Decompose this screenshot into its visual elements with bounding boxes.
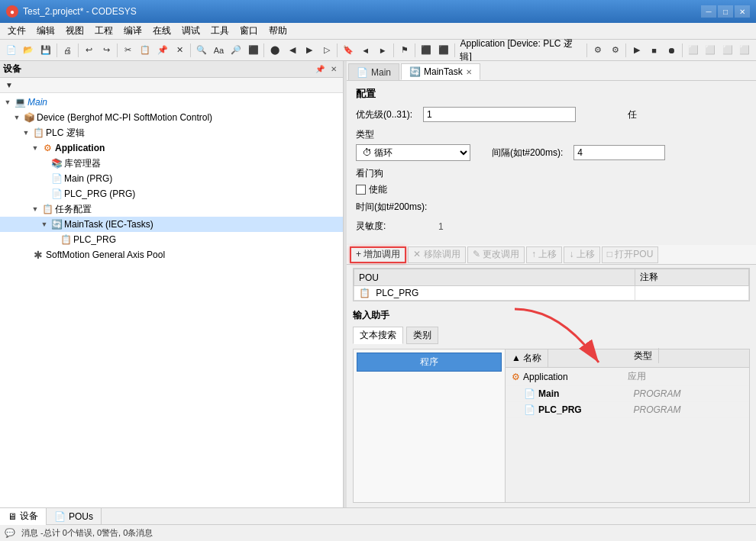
close-button[interactable]: ✕ — [735, 5, 750, 18]
tb-bm1[interactable]: 🔖 — [340, 42, 357, 59]
tb-stop[interactable]: ■ — [646, 42, 663, 59]
tb-save[interactable]: 💾 — [37, 42, 54, 59]
table-row[interactable]: 📋 PLC_PRG — [354, 286, 749, 301]
tb-extra2[interactable]: ⬜ — [702, 42, 719, 59]
tb-nav3[interactable]: ▷ — [318, 42, 335, 59]
type-select[interactable]: ⏱ 循环 — [356, 144, 470, 161]
panel-pin-button[interactable]: 📌 — [314, 63, 326, 76]
menu-file[interactable]: 文件 — [3, 23, 31, 39]
tb-replace[interactable]: Aa — [211, 42, 228, 59]
tree-node-application[interactable]: ▼ ⚙ Application — [0, 140, 343, 156]
tab-maintask[interactable]: 🔄 MainTask ✕ — [401, 63, 480, 80]
panel-close-button[interactable]: ✕ — [328, 63, 340, 76]
minimize-button[interactable]: ─ — [701, 5, 716, 18]
expand-icon[interactable]: ▼ — [12, 113, 21, 122]
tb-online2[interactable]: ⬛ — [435, 42, 452, 59]
tree-node-taskconfig[interactable]: ▼ 📋 任务配置 — [0, 201, 343, 217]
expand-icon[interactable]: ▼ — [21, 128, 31, 137]
tree-label-device: Device (Berghof MC-PI SoftMotion Control… — [37, 112, 212, 123]
menu-online[interactable]: 在线 — [148, 23, 176, 39]
menu-build[interactable]: 编译 — [119, 23, 147, 39]
tb-extra3[interactable]: ⬜ — [719, 42, 736, 59]
tree-dropdown-button[interactable]: ▼ — [3, 79, 15, 92]
tb-b1[interactable]: ⬛ — [245, 42, 262, 59]
type-row: ⏱ 循环 间隔(如t#200ms): — [356, 144, 747, 161]
tb-open[interactable]: 📂 — [21, 42, 37, 59]
tree-node-plc[interactable]: ▼ 📋 PLC 逻辑 — [0, 125, 343, 140]
expand-icon[interactable]: ▼ — [31, 143, 40, 153]
tb-undo[interactable]: ↩ — [81, 42, 98, 59]
tb-delete[interactable]: ✕ — [172, 42, 189, 59]
tab-maintask-label: MainTask — [424, 66, 463, 77]
tb-findall[interactable]: 🔎 — [228, 42, 244, 59]
tree-label-test2: Main — [27, 97, 47, 108]
tb-new[interactable]: 📄 — [3, 42, 20, 59]
maximize-button[interactable]: □ — [718, 5, 733, 18]
tb-bm2[interactable]: ◄ — [357, 42, 374, 59]
helper-row-plcprg[interactable]: 📄 PLC_PRG PROGRAM — [506, 402, 749, 418]
tb-redo[interactable]: ↪ — [99, 42, 115, 59]
up-button[interactable]: ↑ 上移 — [526, 246, 562, 263]
menu-debug[interactable]: 调试 — [177, 23, 205, 39]
program-button[interactable]: 程序 — [357, 353, 502, 372]
tb-copy[interactable]: 📋 — [137, 42, 154, 59]
tab-main[interactable]: 📄 Main — [348, 63, 399, 80]
tree-node-main[interactable]: 📄 Main (PRG) — [0, 171, 343, 186]
expand-icon[interactable]: ▼ — [31, 204, 40, 214]
tree-node-library[interactable]: 📚 库管理器 — [0, 156, 343, 171]
tb-cut[interactable]: ✂ — [120, 42, 137, 59]
tb-config2[interactable]: ⚙ — [607, 42, 624, 59]
tb-bp[interactable]: ⬤ — [267, 42, 283, 59]
tb-find[interactable]: 🔍 — [193, 42, 210, 59]
tb-online1[interactable]: ⬛ — [418, 42, 435, 59]
expand-icon[interactable]: ▼ — [3, 98, 12, 107]
pou-row-icon: 📋 — [359, 288, 370, 298]
tb-extra4[interactable]: ⬜ — [737, 42, 754, 59]
down-button[interactable]: ↓ 上移 — [564, 246, 599, 263]
tb-nav1[interactable]: ◀ — [284, 42, 301, 59]
remove-call-button[interactable]: ✕ 移除调用 — [408, 246, 465, 263]
tree-node-device[interactable]: ▼ 📦 Device (Berghof MC-PI SoftMotion Con… — [0, 110, 343, 125]
tb-extra1[interactable]: ⬜ — [685, 42, 702, 59]
add-call-button[interactable]: + 增加调用 — [350, 246, 406, 263]
menu-project[interactable]: 工程 — [90, 23, 118, 39]
helper-row-application[interactable]: ⚙ Application 应用 — [506, 368, 749, 386]
sort-name-header[interactable]: ▲ 名称 — [506, 349, 628, 367]
tb-record[interactable]: ⏺ — [663, 42, 680, 59]
tree-label-application: Application — [55, 143, 105, 153]
tb-flag[interactable]: ⚑ — [396, 42, 413, 59]
helper-row-main[interactable]: 📄 Main PROGRAM — [506, 386, 749, 402]
menu-window[interactable]: 窗口 — [235, 23, 263, 39]
bottom-tab-devices[interactable]: 🖥 设备 — [0, 508, 47, 525]
tb-bm3[interactable]: ► — [374, 42, 391, 59]
helper-tab-text[interactable]: 文本搜索 — [353, 327, 403, 344]
tb-config1[interactable]: ⚙ — [590, 42, 606, 59]
menu-view[interactable]: 视图 — [61, 23, 89, 39]
tab-main-label: Main — [371, 67, 391, 78]
edit-call-button[interactable]: ✎ 更改调用 — [467, 246, 525, 263]
priority-input[interactable] — [423, 107, 576, 122]
menu-help[interactable]: 帮助 — [264, 23, 292, 39]
menu-tools[interactable]: 工具 — [206, 23, 234, 39]
tree-node-plcprg[interactable]: 📄 PLC_PRG (PRG) — [0, 186, 343, 201]
interval-input[interactable] — [573, 145, 665, 160]
expand-icon[interactable]: ▼ — [40, 220, 49, 229]
tab-maintask-close[interactable]: ✕ — [466, 68, 472, 76]
tree-node-softmotion[interactable]: ✱ SoftMotion General Axis Pool — [0, 247, 343, 262]
watchdog-sensitivity-row: 灵敏度: 1 — [356, 220, 747, 233]
tree-node-maintask[interactable]: ▼ 🔄 MainTask (IEC-Tasks) — [0, 217, 343, 232]
tb-paste[interactable]: 📌 — [154, 42, 171, 59]
menu-edit[interactable]: 编辑 — [32, 23, 60, 39]
tree-label-plc: PLC 逻辑 — [46, 127, 85, 140]
plcprg-icon-small: 📄 — [524, 404, 535, 415]
bottom-tab-pous[interactable]: 📄 POUs — [47, 508, 102, 525]
watchdog-checkbox[interactable] — [356, 185, 366, 195]
helper-tab-category[interactable]: 类别 — [406, 327, 438, 344]
tb-play[interactable]: ▶ — [628, 42, 645, 59]
helper-right-header: ▲ 名称 类型 — [506, 349, 749, 368]
tb-nav2[interactable]: ▶ — [301, 42, 318, 59]
tree-node-plcprg-leaf[interactable]: 📋 PLC_PRG — [0, 232, 343, 247]
tree-node-test2[interactable]: ▼ 💻 Main — [0, 95, 343, 110]
tb-print[interactable]: 🖨 — [60, 42, 76, 59]
open-pou-button[interactable]: □ 打开POU — [602, 246, 659, 263]
